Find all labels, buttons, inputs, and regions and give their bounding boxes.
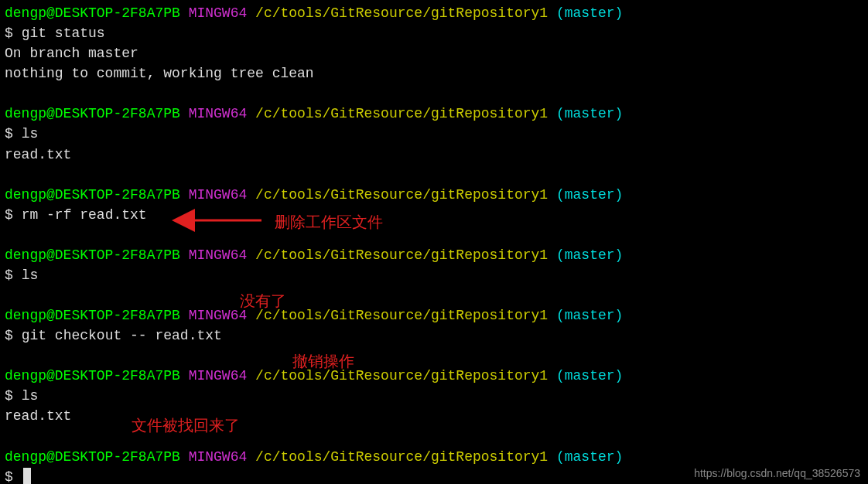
prompt-symbol: $ <box>5 388 13 404</box>
prompt-env: MINGW64 <box>189 187 248 203</box>
prompt-branch: (master) <box>556 449 623 465</box>
prompt-path: /c/tools/GitResource/gitRepository1 <box>255 247 548 263</box>
prompt-line: dengp@DESKTOP-2F8A7PB MINGW64 /c/tools/G… <box>5 104 863 124</box>
prompt-line: dengp@DESKTOP-2F8A7PB MINGW64 /c/tools/G… <box>5 366 863 386</box>
prompt-branch: (master) <box>556 308 623 323</box>
prompt-branch: (master) <box>556 247 623 263</box>
command-line: $ ls <box>5 386 863 406</box>
annotation-undo: 撤销操作 <box>292 350 354 373</box>
prompt-env: MINGW64 <box>189 308 248 323</box>
prompt-user: dengp@DESKTOP-2F8A7PB <box>5 449 180 465</box>
annotation-restored: 文件被找回来了 <box>132 414 240 437</box>
command-line: $ git checkout -- read.txt <box>5 326 863 346</box>
command-text: git status <box>22 26 105 41</box>
prompt-path: /c/tools/GitResource/gitRepository1 <box>255 5 548 21</box>
prompt-line: dengp@DESKTOP-2F8A7PB MINGW64 /c/tools/G… <box>5 185 863 205</box>
prompt-user: dengp@DESKTOP-2F8A7PB <box>5 5 180 21</box>
command-text: ls <box>22 268 39 283</box>
prompt-symbol: $ <box>5 207 13 223</box>
prompt-symbol: $ <box>5 26 13 41</box>
prompt-line: dengp@DESKTOP-2F8A7PB MINGW64 /c/tools/G… <box>5 305 863 326</box>
command-line: $ git status <box>5 23 863 43</box>
prompt-line: dengp@DESKTOP-2F8A7PB MINGW64 /c/tools/G… <box>5 245 863 265</box>
output-line: nothing to commit, working tree clean <box>5 63 863 84</box>
prompt-user: dengp@DESKTOP-2F8A7PB <box>5 247 180 263</box>
cursor-icon <box>23 468 31 484</box>
prompt-path: /c/tools/GitResource/gitRepository1 <box>255 187 548 203</box>
prompt-path: /c/tools/GitResource/gitRepository1 <box>255 449 548 465</box>
command-line: $ ls <box>5 265 863 285</box>
annotation-gone: 没有了 <box>240 290 286 312</box>
prompt-user: dengp@DESKTOP-2F8A7PB <box>5 106 180 121</box>
prompt-env: MINGW64 <box>189 106 248 121</box>
command-text: rm -rf read.txt <box>22 207 147 223</box>
prompt-path: /c/tools/GitResource/gitRepository1 <box>255 106 548 121</box>
prompt-line: dengp@DESKTOP-2F8A7PB MINGW64 /c/tools/G… <box>5 3 863 23</box>
prompt-env: MINGW64 <box>189 368 248 383</box>
prompt-branch: (master) <box>556 5 623 21</box>
prompt-env: MINGW64 <box>189 5 248 21</box>
watermark-text: https://blog.csdn.net/qq_38526573 <box>694 465 860 481</box>
command-text: ls <box>22 126 39 141</box>
annotation-delete: 删除工作区文件 <box>275 211 383 233</box>
command-line: $ rm -rf read.txt <box>5 205 863 225</box>
prompt-branch: (master) <box>556 187 623 203</box>
command-text: ls <box>22 388 39 404</box>
command-line: $ ls <box>5 124 863 144</box>
prompt-env: MINGW64 <box>189 449 248 465</box>
prompt-user: dengp@DESKTOP-2F8A7PB <box>5 308 180 323</box>
prompt-symbol: $ <box>5 268 13 283</box>
prompt-symbol: $ <box>5 469 13 484</box>
command-text: git checkout -- read.txt <box>22 328 222 343</box>
prompt-branch: (master) <box>556 106 623 121</box>
prompt-symbol: $ <box>5 328 13 343</box>
prompt-branch: (master) <box>556 368 623 383</box>
prompt-line: dengp@DESKTOP-2F8A7PB MINGW64 /c/tools/G… <box>5 447 863 467</box>
output-line: read.txt <box>5 145 863 165</box>
output-line: On branch master <box>5 43 863 63</box>
prompt-user: dengp@DESKTOP-2F8A7PB <box>5 368 180 383</box>
prompt-symbol: $ <box>5 126 13 141</box>
prompt-path: /c/tools/GitResource/gitRepository1 <box>255 308 548 323</box>
prompt-user: dengp@DESKTOP-2F8A7PB <box>5 187 180 203</box>
arrow-icon <box>169 209 269 232</box>
prompt-env: MINGW64 <box>189 247 248 263</box>
